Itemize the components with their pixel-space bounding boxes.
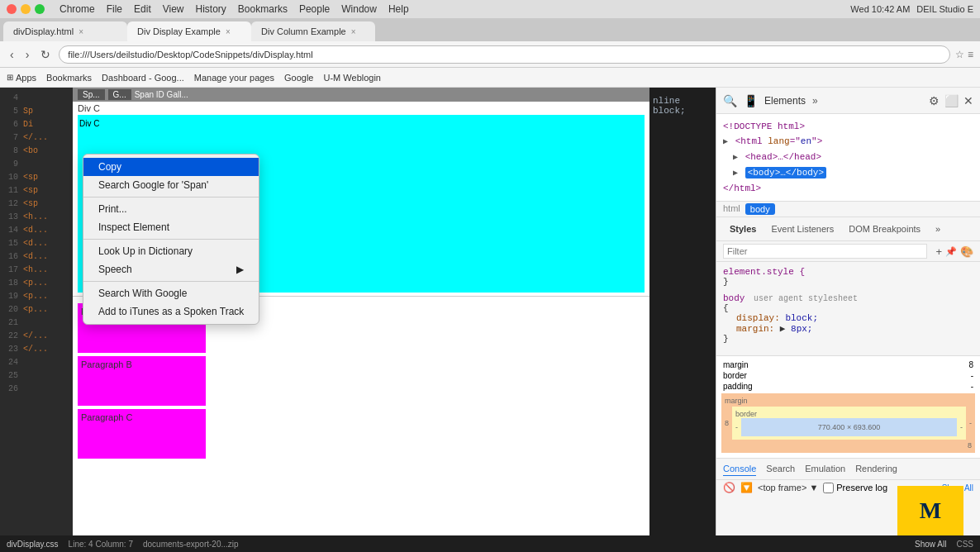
line-content: <p... (23, 305, 48, 314)
line-number: 25 (0, 371, 23, 380)
code-line-21: 21 (0, 316, 73, 329)
star-icon[interactable]: ☆ (955, 49, 964, 60)
rendering-tab[interactable]: Rendering (855, 462, 897, 476)
css-brace-close: } (723, 277, 729, 287)
refresh-button[interactable]: ↻ (37, 46, 54, 63)
element-breadcrumb-body[interactable]: body (745, 203, 775, 215)
tab-more[interactable]: » (929, 221, 947, 237)
box-margin-bottom: 8 (725, 441, 972, 450)
filter-input[interactable] (723, 244, 927, 259)
ctx-speech[interactable]: Speech ▶ (83, 260, 259, 278)
preserve-log-checkbox-label[interactable]: Preserve log (823, 483, 887, 493)
line-number: 22 (0, 331, 23, 340)
maximize-button[interactable] (35, 4, 45, 14)
menu-edit[interactable]: Edit (134, 3, 151, 15)
menu-chrome[interactable]: Chrome (59, 3, 95, 15)
url-input[interactable] (59, 45, 950, 64)
file-status: divDisplay.css (7, 540, 59, 549)
box-model-padding-label: padding (723, 382, 753, 391)
tab-styles[interactable]: Styles (723, 221, 763, 237)
tree-head[interactable]: ▶ <head>…</head> (723, 150, 973, 165)
element-breadcrumb-html[interactable]: html (723, 203, 740, 215)
chrome-window: Chrome File Edit View History Bookmarks … (0, 0, 980, 552)
devtools-close-button[interactable]: ✕ (963, 94, 973, 107)
menu-help[interactable]: Help (388, 3, 409, 15)
tab-bar: divDisplay.html × Div Display Example × … (0, 18, 980, 41)
tab-event-listeners[interactable]: Event Listeners (764, 221, 840, 237)
ctx-search-google[interactable]: Search Google for 'Span' (83, 176, 259, 194)
elements-tab-label[interactable]: Elements (764, 95, 806, 107)
minimize-button[interactable] (21, 4, 31, 14)
preserve-log-checkbox[interactable] (823, 483, 834, 493)
tree-body[interactable]: ▶ <body>…</body> (723, 165, 973, 181)
tab-dom-breakpoints[interactable]: DOM Breakpoints (842, 221, 927, 237)
close-button[interactable] (7, 4, 17, 14)
console-clear-icon[interactable]: 🚫 (723, 482, 735, 493)
devtools-mobile-button[interactable]: 📱 (744, 94, 758, 107)
console-filter-icon[interactable]: 🔽 (740, 482, 753, 493)
devtools-dock-button[interactable]: ⬜ (944, 94, 959, 107)
menu-icon[interactable]: ≡ (968, 49, 973, 60)
line-content: <d... (23, 226, 48, 235)
ctx-lookup[interactable]: Look Up in Dictionary (83, 242, 259, 260)
filter-palette-icon[interactable]: 🎨 (960, 245, 973, 258)
line-number: 15 (0, 239, 23, 248)
bookmark-umweblogin[interactable]: U-M Weblogin (324, 73, 382, 83)
show-all-status[interactable]: Show All (915, 540, 946, 549)
tree-arrow-body[interactable]: ▶ (733, 169, 738, 178)
menu-people[interactable]: People (299, 3, 330, 15)
emulation-tab[interactable]: Emulation (805, 462, 845, 476)
css-margin-arrow[interactable]: ▶ (780, 324, 786, 334)
line-content: </... (23, 133, 48, 142)
search-tab[interactable]: Search (766, 462, 795, 476)
devtools-toolbar: 🔍 📱 Elements » ⚙ ⬜ ✕ (716, 88, 980, 114)
bookmark-bookmarks[interactable]: Bookmarks (46, 73, 92, 83)
ctx-add-itunes[interactable]: Add to iTunes as a Spoken Track (83, 302, 259, 321)
menu-file[interactable]: File (107, 3, 122, 15)
ctx-inspect[interactable]: Inspect Element (83, 218, 259, 236)
devtools-more-button[interactable]: » (812, 95, 818, 107)
devtools-settings-button[interactable]: ⚙ (929, 94, 940, 107)
tab-divdisplay[interactable]: divDisplay.html × (3, 21, 127, 41)
tab-close-icon[interactable]: × (351, 27, 356, 36)
devtools-search-button[interactable]: 🔍 (723, 94, 737, 107)
tab-divcolumn[interactable]: Div Column Example × (251, 21, 375, 41)
section-header: Sp... G... Span ID Gall... (73, 88, 649, 102)
forward-button[interactable]: › (22, 46, 33, 63)
line-number: 16 (0, 252, 23, 261)
tab-close-icon[interactable]: × (226, 27, 231, 36)
menu-bookmarks[interactable]: Bookmarks (238, 3, 288, 15)
tab-close-icon[interactable]: × (78, 27, 83, 36)
css-user-agent-note: user agent stylesheet (754, 294, 858, 303)
menu-window[interactable]: Window (341, 3, 377, 15)
context-menu: Copy Search Google for 'Span' Print... I… (83, 154, 259, 325)
bookmark-label: Bookmarks (46, 73, 92, 83)
border-right: - (960, 423, 963, 431)
bookmark-apps[interactable]: ⊞ Apps (7, 73, 36, 83)
frame-selector[interactable]: <top frame> ▼ (758, 483, 818, 493)
code-line-12: 12 <sp (0, 197, 73, 210)
bookmark-dashboard[interactable]: Dashboard - Goog... (102, 73, 184, 83)
tree-arrow-head[interactable]: ▶ (733, 153, 738, 162)
css-rule-body: body user agent stylesheet { display: bl… (723, 293, 973, 344)
tree-arrow-html[interactable]: ▶ (723, 137, 728, 146)
css-close-brace: } (723, 334, 729, 344)
ctx-search-with-google[interactable]: Search With Google (83, 284, 259, 302)
bookmark-manage[interactable]: Manage your pages (194, 73, 274, 83)
right-code-text: nline block; (653, 96, 712, 116)
column-status: Line: 4 Column: 7 (69, 540, 133, 549)
menu-history[interactable]: History (196, 3, 226, 15)
filter-add-icon[interactable]: + (935, 245, 942, 258)
bookmark-google[interactable]: Google (284, 73, 313, 83)
css-status: CSS (956, 540, 973, 549)
ctx-copy[interactable]: Copy (83, 158, 259, 176)
tree-html-open[interactable]: ▶ <html lang="en"> (723, 134, 973, 150)
tab-divdisplay-example[interactable]: Div Display Example × (127, 21, 251, 41)
menu-view[interactable]: View (163, 3, 184, 15)
filter-pin-icon[interactable]: 📌 (945, 246, 957, 257)
code-line-20: 20 <p... (0, 302, 73, 316)
ctx-print[interactable]: Print... (83, 200, 259, 218)
back-button[interactable]: ‹ (7, 46, 17, 63)
console-tab[interactable]: Console (723, 462, 756, 476)
tab-label: Div Column Example (261, 26, 346, 36)
